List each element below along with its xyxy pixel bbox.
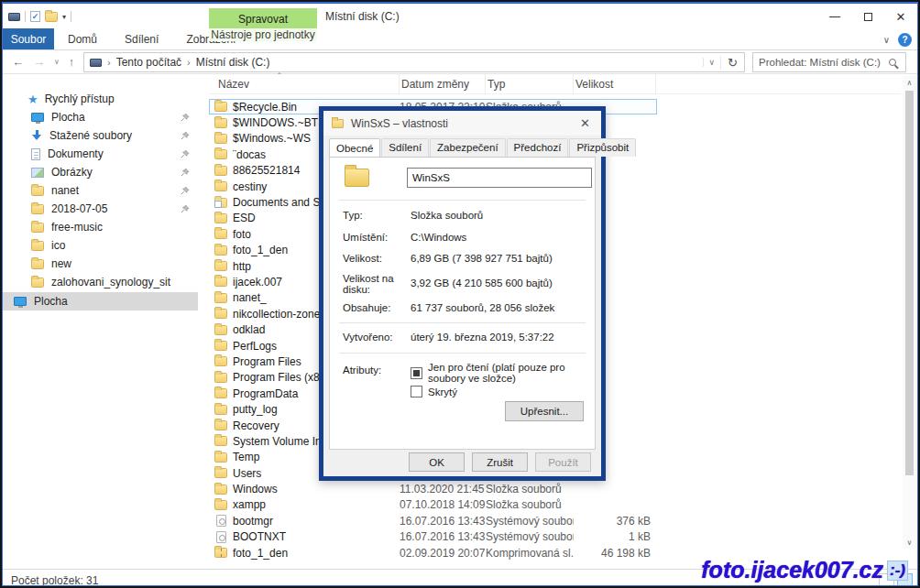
ok-button[interactable]: OK bbox=[409, 452, 465, 472]
folder-icon bbox=[214, 213, 227, 223]
dialog-tab-obecne[interactable]: Obecné bbox=[329, 138, 380, 157]
file-row[interactable]: foto_1_den02.09.2019 20:07Komprimovaná s… bbox=[209, 545, 657, 561]
new-folder-icon[interactable] bbox=[45, 12, 58, 22]
file-row[interactable]: xampp07.10.2018 14:09Složka souborů bbox=[209, 497, 657, 513]
hidden-checkbox-row: Skrytý bbox=[411, 386, 457, 397]
back-icon[interactable]: ← bbox=[12, 55, 24, 69]
dialog-general-page: Typ: Složka souborů Umístění: C:\Windows… bbox=[329, 157, 596, 450]
sidebar-item-ico[interactable]: ico bbox=[3, 236, 198, 255]
sidebar-item-obr-zky[interactable]: Obrázky bbox=[3, 163, 198, 181]
recent-locations-icon[interactable]: ∨ bbox=[54, 58, 60, 66]
column-header-nazev[interactable]: Název ˆ bbox=[209, 74, 400, 93]
collapse-ribbon-icon[interactable]: ∨ bbox=[883, 35, 890, 45]
scrollbar-thumb[interactable] bbox=[905, 91, 914, 475]
quick-access-star-icon: ★ bbox=[27, 93, 38, 105]
folder-name-input[interactable] bbox=[407, 168, 592, 188]
file-size: 1 kB bbox=[574, 530, 656, 543]
sidebar-item-free-music[interactable]: free-music bbox=[3, 218, 198, 236]
folder-link-icon bbox=[214, 198, 227, 208]
dialog-tab-prizpusobit[interactable]: Přizpůsobit bbox=[569, 138, 636, 157]
file-row[interactable]: BOOTNXT16.07.2016 13:43Systémový soubor1… bbox=[209, 529, 657, 545]
sidebar-item-plocha-desktop[interactable]: Plocha bbox=[3, 292, 198, 310]
breadcrumb[interactable]: › Tento počítač › Místní disk (C:) ∨ ↻ bbox=[83, 52, 745, 72]
tab-sdileni[interactable]: Sdílení bbox=[111, 28, 172, 49]
sidebar-item-label: Stažené soubory bbox=[49, 129, 132, 142]
quick-access-toolbar: ✓ ▾ bbox=[8, 7, 71, 26]
advanced-button[interactable]: Upřesnit... bbox=[505, 401, 584, 421]
file-type: Systémový soubor bbox=[486, 530, 574, 543]
dialog-tab-predchozi-verze[interactable]: Předchozí verze bbox=[507, 138, 569, 157]
download-icon bbox=[31, 130, 42, 142]
column-header-typ[interactable]: Typ bbox=[486, 74, 574, 93]
file-icon-cell bbox=[209, 181, 233, 191]
dialog-close-icon[interactable]: ✕ bbox=[577, 116, 593, 130]
folder-icon bbox=[345, 169, 369, 187]
sidebar-item-plocha[interactable]: Plocha bbox=[3, 108, 198, 126]
column-header-velikost[interactable]: Velikost bbox=[574, 74, 656, 93]
dialog-footer: OK Zrušit Použít bbox=[323, 448, 601, 476]
tab-domu[interactable]: Domů bbox=[54, 28, 111, 49]
file-date: 16.07.2016 13:43 bbox=[400, 515, 486, 528]
dialog-tab-sdileni[interactable]: Sdílení bbox=[381, 138, 429, 157]
computer-icon[interactable] bbox=[8, 13, 20, 21]
watermark-smiley: :-) bbox=[887, 561, 908, 581]
folder-icon bbox=[214, 452, 227, 463]
file-row[interactable]: bootmgr16.07.2016 13:43Systémový soubor3… bbox=[209, 513, 657, 528]
dialog-tab-zabezpeceni[interactable]: Zabezpečení bbox=[430, 138, 506, 157]
column-header-datum-zmeny[interactable]: Datum změny bbox=[400, 74, 486, 93]
up-icon[interactable]: ↑ bbox=[69, 55, 75, 69]
maximize-icon bbox=[864, 13, 872, 21]
tab-nastroje-pro-jednotky[interactable]: Nástroje pro jednotky bbox=[209, 28, 317, 41]
file-size: 46 198 kB bbox=[574, 547, 656, 560]
sidebar-item-new[interactable]: new bbox=[3, 255, 198, 273]
separator bbox=[25, 11, 26, 22]
scroll-down-icon[interactable]: ∨ bbox=[903, 536, 916, 549]
qat-dropdown-icon[interactable]: ▾ bbox=[62, 13, 66, 21]
file-row[interactable]: Windows11.03.2020 21:45Složka souborů bbox=[209, 481, 657, 496]
sidebar-item-zalohovani-synology-sit[interactable]: zalohovani_synology_sit bbox=[3, 273, 198, 291]
column-headers: Název ˆ Datum změny Typ Velikost bbox=[209, 74, 901, 94]
refresh-icon[interactable]: ↻ bbox=[720, 56, 744, 70]
minimize-button[interactable]: — bbox=[818, 4, 851, 29]
folder-icon bbox=[214, 373, 227, 383]
vertical-scrollbar[interactable]: ∧ ∨ bbox=[903, 76, 916, 549]
search-icon[interactable] bbox=[889, 59, 896, 66]
file-icon-cell bbox=[209, 420, 233, 430]
file-icon-cell bbox=[209, 388, 233, 398]
cancel-button[interactable]: Zrušit bbox=[472, 452, 528, 472]
file-name: foto_1_den bbox=[233, 547, 400, 560]
address-dropdown-icon[interactable]: ∨ bbox=[703, 58, 721, 67]
folder-icon bbox=[31, 223, 44, 233]
scroll-up-icon[interactable]: ∧ bbox=[903, 76, 916, 89]
file-name: BOOTNXT bbox=[233, 530, 400, 543]
readonly-checkbox[interactable] bbox=[411, 367, 422, 379]
sidebar-item-quick-access[interactable]: ★ Rychlý přístup bbox=[3, 90, 198, 108]
location-icon-segment bbox=[84, 59, 107, 67]
tab-soubor[interactable]: Soubor bbox=[3, 28, 54, 49]
sidebar-item-sta-en-soubory[interactable]: Stažené soubory bbox=[3, 126, 198, 145]
folder-icon bbox=[214, 356, 227, 366]
folder-icon bbox=[31, 241, 44, 251]
folder-icon bbox=[214, 420, 227, 430]
help-icon[interactable]: ? bbox=[898, 33, 912, 47]
ribbon-right-controls: ∨ ? bbox=[883, 28, 912, 50]
sidebar-item-nanet[interactable]: nanet bbox=[3, 181, 198, 200]
folder-icon bbox=[214, 261, 227, 271]
search-input[interactable] bbox=[753, 57, 889, 68]
forward-icon[interactable]: → bbox=[33, 55, 45, 69]
folder-icon bbox=[214, 134, 227, 144]
close-button[interactable]: ✕ bbox=[884, 4, 917, 29]
file-icon-cell bbox=[209, 213, 233, 223]
file-icon-cell bbox=[209, 373, 233, 383]
breadcrumb-this-pc[interactable]: Tento počítač bbox=[111, 56, 187, 69]
contextual-tab-header[interactable]: Spravovat bbox=[209, 8, 317, 29]
maximize-button[interactable] bbox=[851, 4, 884, 29]
properties-icon[interactable]: ✓ bbox=[30, 11, 40, 22]
dialog-tabs: Obecné Sdílení Zabezpečení Předchozí ver… bbox=[323, 136, 601, 157]
sidebar-item-dokumenty[interactable]: Dokumenty bbox=[3, 145, 198, 163]
hidden-checkbox[interactable] bbox=[411, 386, 422, 397]
sidebar-item-2018-07-05[interactable]: 2018-07-05 bbox=[3, 200, 198, 218]
separator bbox=[71, 11, 71, 22]
breadcrumb-local-disk[interactable]: Místní disk (C:) bbox=[191, 56, 276, 69]
sidebar-item-label: 2018-07-05 bbox=[51, 202, 107, 215]
